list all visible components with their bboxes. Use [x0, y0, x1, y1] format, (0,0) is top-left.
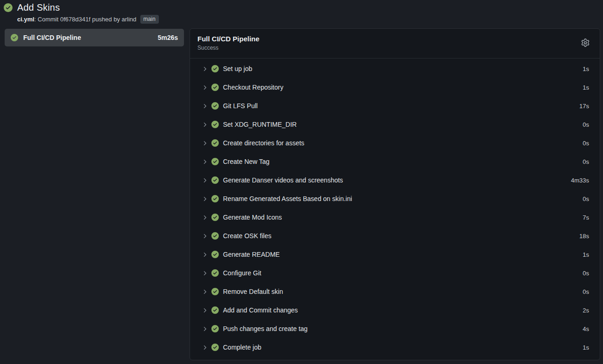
chevron-right-icon[interactable]: [202, 214, 208, 221]
step-name: Git LFS Pull: [222, 102, 576, 110]
chevron-right-icon[interactable]: [202, 196, 208, 202]
step-duration: 0s: [583, 121, 589, 128]
success-check-icon: [11, 34, 18, 41]
step-duration: 17s: [579, 103, 589, 110]
success-check-icon: [211, 139, 219, 147]
chevron-right-icon[interactable]: [202, 84, 208, 91]
commit-summary: ci.yml: Commit 0f678d341f pushed by arli…: [17, 16, 137, 23]
step-row[interactable]: Generate README 1s: [190, 245, 600, 264]
step-row[interactable]: Git LFS Pull 17s: [190, 97, 600, 115]
step-row[interactable]: Generate Mod Icons 7s: [190, 208, 600, 227]
success-check-icon: [211, 176, 219, 184]
panel-header: Full CI/CD Pipeline Success: [190, 29, 600, 58]
chevron-right-icon[interactable]: [202, 233, 208, 239]
step-duration: 1s: [583, 84, 589, 91]
chevron-right-icon[interactable]: [202, 289, 208, 295]
steps-list: Set up job 1s Checkout Repository 1s Git…: [190, 58, 600, 357]
commit-text: : Commit 0f678d341f pushed by arlind: [34, 16, 137, 23]
step-row[interactable]: Checkout Repository 1s: [190, 78, 600, 97]
step-name: Generate Danser videos and screenshots: [222, 176, 568, 184]
step-name: Set XDG_RUNTIME_DIR: [222, 121, 579, 128]
step-row[interactable]: Add and Commit changes 2s: [190, 301, 600, 319]
gear-icon[interactable]: [581, 39, 590, 48]
step-duration: 18s: [579, 233, 589, 240]
success-check-icon: [211, 251, 219, 258]
step-name: Create directories for assets: [222, 139, 579, 147]
step-duration: 0s: [583, 288, 589, 295]
step-name: Checkout Repository: [222, 84, 579, 91]
step-duration: 1s: [583, 65, 589, 72]
step-name: Create OSK files: [222, 232, 576, 240]
step-duration: 1s: [583, 344, 589, 351]
step-name: Generate Mod Icons: [222, 214, 579, 221]
step-row[interactable]: Remove Default skin 0s: [190, 282, 600, 301]
chevron-right-icon[interactable]: [202, 140, 208, 146]
chevron-right-icon[interactable]: [202, 103, 208, 109]
success-check-icon: [211, 344, 219, 351]
step-name: Rename Generated Assets Based on skin.in…: [222, 195, 579, 202]
step-duration: 4m33s: [571, 177, 589, 184]
step-name: Set up job: [222, 65, 579, 72]
step-duration: 4s: [583, 325, 589, 332]
panel-job-title: Full CI/CD Pipeline: [197, 35, 581, 43]
chevron-right-icon[interactable]: [202, 344, 208, 351]
step-duration: 7s: [583, 214, 589, 221]
chevron-right-icon[interactable]: [202, 159, 208, 165]
step-duration: 1s: [583, 251, 589, 258]
step-name: Configure Git: [222, 269, 579, 277]
success-check-icon: [211, 102, 219, 110]
success-check-icon: [211, 288, 219, 295]
step-row[interactable]: Create OSK files 18s: [190, 227, 600, 245]
step-duration: 0s: [583, 270, 589, 277]
workflow-file-name: ci.yml: [17, 16, 34, 23]
job-list-item[interactable]: Full CI/CD Pipeline 5m26s: [5, 29, 184, 46]
step-row[interactable]: Complete job 1s: [190, 338, 600, 357]
success-check-icon: [211, 158, 219, 165]
job-duration: 5m26s: [157, 34, 178, 41]
chevron-right-icon[interactable]: [202, 270, 208, 276]
chevron-right-icon[interactable]: [202, 252, 208, 258]
step-row[interactable]: Push changes and create tag 4s: [190, 319, 600, 338]
job-name: Full CI/CD Pipeline: [23, 34, 152, 41]
step-name: Create New Tag: [222, 158, 579, 165]
job-detail-panel: Full CI/CD Pipeline Success Set up job 1…: [190, 28, 600, 360]
chevron-right-icon[interactable]: [202, 177, 208, 183]
step-row[interactable]: Configure Git 0s: [190, 264, 600, 282]
step-duration: 0s: [583, 195, 589, 202]
step-row[interactable]: Generate Danser videos and screenshots 4…: [190, 171, 600, 189]
step-row[interactable]: Create New Tag 0s: [190, 152, 600, 171]
step-name: Add and Commit changes: [222, 306, 579, 314]
chevron-right-icon[interactable]: [202, 326, 208, 332]
step-duration: 0s: [583, 140, 589, 147]
success-check-icon: [211, 84, 219, 91]
step-name: Remove Default skin: [222, 288, 579, 295]
success-check-icon: [211, 232, 219, 240]
success-check-icon: [211, 306, 219, 314]
step-name: Push changes and create tag: [222, 325, 579, 332]
chevron-right-icon[interactable]: [202, 122, 208, 128]
success-check-icon: [211, 325, 219, 332]
step-name: Complete job: [222, 344, 579, 351]
run-title: Add Skins: [17, 2, 60, 13]
step-duration: 2s: [583, 307, 589, 314]
step-name: Generate README: [222, 251, 579, 258]
panel-job-status: Success: [197, 45, 581, 51]
success-check-icon: [211, 269, 219, 277]
step-row[interactable]: Rename Generated Assets Based on skin.in…: [190, 189, 600, 208]
step-row[interactable]: Set XDG_RUNTIME_DIR 0s: [190, 115, 600, 134]
step-row[interactable]: Set up job 1s: [190, 59, 600, 78]
success-check-icon: [211, 65, 219, 72]
success-check-icon: [4, 3, 13, 12]
success-check-icon: [211, 121, 219, 128]
step-duration: 0s: [583, 158, 589, 165]
success-check-icon: [211, 214, 219, 221]
branch-badge[interactable]: main: [140, 15, 159, 24]
run-header: Add Skins ci.yml: Commit 0f678d341f push…: [4, 2, 159, 24]
success-check-icon: [211, 195, 219, 202]
step-row[interactable]: Create directories for assets 0s: [190, 134, 600, 152]
chevron-right-icon[interactable]: [202, 66, 208, 72]
chevron-right-icon[interactable]: [202, 307, 208, 313]
